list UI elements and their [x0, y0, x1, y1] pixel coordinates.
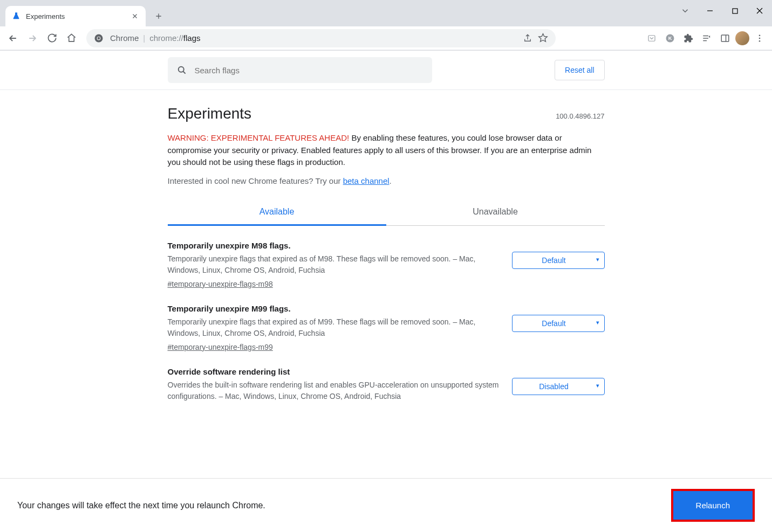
- tab-unavailable[interactable]: Unavailable: [386, 201, 605, 225]
- flag-item: Temporarily unexpire M98 flags. Temporar…: [168, 226, 605, 289]
- flag-title: Override software rendering list: [168, 367, 501, 376]
- flag-description: Temporarily unexpire flags that expired …: [168, 253, 501, 276]
- svg-rect-8: [721, 35, 729, 42]
- extensions-puzzle-icon[interactable]: [680, 30, 696, 46]
- flag-permalink[interactable]: #temporary-unexpire-flags-m99: [168, 343, 273, 351]
- relaunch-banner: Your changes will take effect the next t…: [0, 478, 772, 532]
- flag-select[interactable]: Default: [512, 252, 605, 269]
- flag-select[interactable]: Default: [512, 315, 605, 332]
- url-text: Chrome | chrome://flags: [110, 33, 200, 43]
- relaunch-button[interactable]: Relaunch: [673, 491, 753, 520]
- extension-k-icon[interactable]: K: [662, 30, 678, 46]
- beta-line: Interested in cool new Chrome features? …: [168, 176, 605, 201]
- flag-description: Temporarily unexpire flags that expired …: [168, 316, 501, 339]
- svg-point-12: [759, 40, 761, 42]
- relaunch-highlight: Relaunch: [671, 489, 755, 522]
- search-input[interactable]: [195, 66, 423, 75]
- flask-icon: [12, 12, 21, 20]
- menu-dots-icon[interactable]: [751, 30, 768, 46]
- flag-permalink[interactable]: #temporary-unexpire-flags-m98: [168, 280, 273, 288]
- back-button[interactable]: [4, 30, 22, 47]
- flag-description: Overrides the built-in software renderin…: [168, 379, 501, 402]
- close-button[interactable]: [747, 2, 772, 19]
- reload-button[interactable]: [43, 30, 60, 47]
- flag-title: Temporarily unexpire M99 flags.: [168, 304, 501, 313]
- bookmark-star-icon[interactable]: [538, 33, 548, 43]
- reset-all-button[interactable]: Reset all: [555, 60, 604, 80]
- relaunch-message: Your changes will take effect the next t…: [17, 501, 265, 510]
- forward-button[interactable]: [24, 30, 41, 47]
- svg-rect-1: [733, 9, 737, 13]
- tab-title: Experiments: [26, 12, 131, 20]
- warning-text: WARNING: EXPERIMENTAL FEATURES AHEAD! By…: [168, 128, 605, 176]
- tab-close-icon[interactable]: [131, 12, 139, 20]
- flag-title: Temporarily unexpire M98 flags.: [168, 241, 501, 250]
- browser-tab[interactable]: Experiments: [5, 6, 146, 26]
- flag-item: Override software rendering list Overrid…: [168, 352, 605, 405]
- new-tab-button[interactable]: [151, 9, 166, 24]
- search-row: Reset all: [168, 51, 605, 89]
- tabs-row: Available Unavailable: [168, 201, 605, 226]
- page-viewport[interactable]: Reset all Experiments 100.0.4896.127 WAR…: [0, 50, 772, 532]
- svg-point-4: [98, 37, 100, 39]
- svg-rect-5: [648, 35, 655, 41]
- extension-pocket-icon[interactable]: [644, 30, 660, 46]
- side-panel-icon[interactable]: [717, 30, 733, 46]
- search-icon: [176, 65, 187, 75]
- chrome-icon: [94, 33, 104, 43]
- flag-item: Temporarily unexpire M99 flags. Temporar…: [168, 289, 605, 352]
- svg-point-10: [759, 34, 761, 36]
- flag-select[interactable]: Disabled: [512, 378, 605, 395]
- window-controls: [673, 0, 772, 22]
- profile-avatar[interactable]: [735, 31, 749, 45]
- maximize-button[interactable]: [722, 2, 747, 19]
- browser-titlebar: Experiments: [0, 0, 772, 26]
- version-label: 100.0.4896.127: [556, 112, 604, 120]
- tab-search-icon[interactable]: [673, 2, 698, 19]
- minimize-button[interactable]: [698, 2, 722, 19]
- tab-available[interactable]: Available: [168, 201, 386, 226]
- search-box: [168, 57, 432, 83]
- beta-channel-link[interactable]: beta channel: [343, 176, 390, 185]
- svg-point-11: [759, 37, 761, 39]
- browser-toolbar: Chrome | chrome://flags K: [0, 26, 772, 50]
- home-button[interactable]: [63, 30, 80, 47]
- svg-point-13: [178, 67, 183, 72]
- reading-list-icon[interactable]: [699, 30, 715, 46]
- share-icon[interactable]: [523, 33, 532, 43]
- page-title: Experiments: [168, 105, 252, 122]
- svg-text:K: K: [668, 36, 672, 41]
- address-bar[interactable]: Chrome | chrome://flags: [86, 29, 556, 47]
